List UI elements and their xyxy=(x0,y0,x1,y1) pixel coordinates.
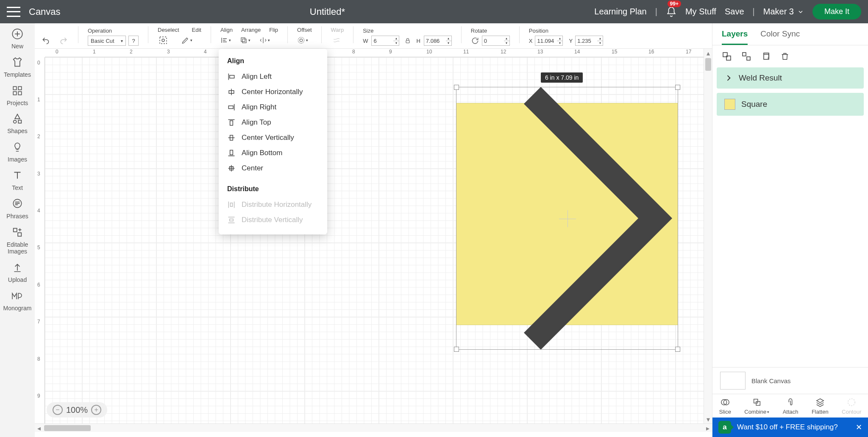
operation-select[interactable]: Basic Cut▾ xyxy=(88,36,126,46)
layers-panel: Layers Color Sync Weld Result Square Bla… xyxy=(712,23,868,437)
menu-align-right[interactable]: Align Right xyxy=(219,100,327,115)
rail-images[interactable]: Images xyxy=(8,141,27,163)
distribute-vertical-icon xyxy=(227,216,236,224)
svg-rect-33 xyxy=(764,54,769,59)
save-link[interactable]: Save xyxy=(725,7,744,17)
width-input[interactable]: 6▴▾ xyxy=(371,36,399,46)
monogram-icon xyxy=(11,289,24,302)
zoom-out-button[interactable]: − xyxy=(53,405,63,415)
operation-help[interactable]: ? xyxy=(128,36,139,46)
rail-editable-images[interactable]: Editable Images xyxy=(7,226,28,256)
promo-banner[interactable]: a Want $10 off + FREE shipping? ✕ xyxy=(712,418,868,437)
rail-phrases[interactable]: Phrases xyxy=(6,198,28,220)
svg-rect-22 xyxy=(228,106,233,109)
canvas-grid[interactable]: 6 in x 7.09 in xyxy=(45,57,712,423)
redo-button[interactable] xyxy=(58,36,69,45)
height-input[interactable]: 7.086▴▾ xyxy=(424,36,452,46)
sparkle-grid-icon xyxy=(11,226,24,239)
flip-button[interactable]: ▾ xyxy=(259,35,270,46)
notifications-bell-icon[interactable]: 99+ xyxy=(666,6,677,17)
rotate-label: Rotate xyxy=(471,28,510,34)
menu-center-vertically[interactable]: Center Vertically xyxy=(219,130,327,145)
svg-rect-3 xyxy=(13,92,17,95)
tab-layers[interactable]: Layers xyxy=(722,29,748,45)
size-label: Size xyxy=(363,28,452,34)
selection-bounding-box[interactable] xyxy=(456,87,678,350)
promo-close-button[interactable]: ✕ xyxy=(856,423,862,432)
align-bottom-icon xyxy=(227,149,236,157)
hamburger-menu-icon[interactable] xyxy=(7,7,20,17)
zoom-in-button[interactable]: + xyxy=(91,405,101,415)
tab-color-sync[interactable]: Color Sync xyxy=(760,29,800,45)
blank-canvas-row[interactable]: Blank Canvas xyxy=(712,367,868,394)
rail-projects[interactable]: Projects xyxy=(7,84,28,107)
menu-align-top[interactable]: Align Top xyxy=(219,115,327,130)
layer-square[interactable]: Square xyxy=(717,93,864,116)
learning-plan-link[interactable]: Learning Plan xyxy=(594,7,646,17)
svg-rect-37 xyxy=(756,401,760,405)
svg-rect-12 xyxy=(241,38,245,42)
my-stuff-link[interactable]: My Stuff xyxy=(685,7,716,17)
svg-point-5 xyxy=(14,120,17,123)
distribute-horizontal-icon xyxy=(227,200,236,209)
duplicate-icon[interactable] xyxy=(761,51,771,61)
svg-rect-36 xyxy=(754,399,757,403)
contour-icon xyxy=(846,398,857,407)
deselect-button[interactable] xyxy=(158,35,169,46)
menu-center-horizontally[interactable]: Center Horizontally xyxy=(219,84,327,100)
rail-templates[interactable]: Templates xyxy=(4,56,31,78)
edit-label: Edit xyxy=(192,27,201,33)
vertical-ruler: 0123456789 xyxy=(35,57,45,423)
text-icon xyxy=(11,169,24,182)
warp-label: Warp xyxy=(331,27,344,33)
rail-upload[interactable]: Upload xyxy=(8,261,27,284)
svg-rect-27 xyxy=(231,203,233,206)
arrange-button[interactable]: ▾ xyxy=(240,35,251,46)
menu-center[interactable]: Center xyxy=(219,161,327,176)
rotate-icon[interactable] xyxy=(471,36,479,45)
ungroup-icon[interactable] xyxy=(741,51,751,61)
attach-icon xyxy=(786,398,795,407)
align-button[interactable]: ▾ xyxy=(220,35,231,46)
menu-align-bottom[interactable]: Align Bottom xyxy=(219,145,327,161)
horizontal-scrollbar[interactable]: ◂ ▸ xyxy=(35,423,712,432)
plus-circle-icon xyxy=(11,28,24,40)
arrange-label: Arrange xyxy=(241,27,261,33)
rail-monogram[interactable]: Monogram xyxy=(3,289,32,312)
make-it-button[interactable]: Make It xyxy=(812,4,861,19)
top-bar: Canvas Untitled* Learning Plan | 99+ My … xyxy=(0,0,868,23)
machine-selector[interactable]: Maker 3 xyxy=(763,7,804,17)
svg-rect-6 xyxy=(18,120,21,123)
action-slice[interactable]: Slice xyxy=(719,398,731,415)
group-icon[interactable] xyxy=(722,51,732,61)
vertical-scrollbar[interactable]: ▴ ▾ xyxy=(704,49,712,423)
rail-text[interactable]: Text xyxy=(11,169,24,192)
x-input[interactable]: 11.094▴▾ xyxy=(535,36,563,46)
svg-rect-9 xyxy=(18,233,21,236)
flatten-icon xyxy=(815,398,825,407)
flip-label: Flip xyxy=(269,27,278,33)
lock-aspect-icon[interactable] xyxy=(404,36,411,45)
rail-shapes[interactable]: Shapes xyxy=(7,112,27,135)
action-attach[interactable]: Attach xyxy=(783,398,798,415)
edit-button[interactable]: ▾ xyxy=(181,35,192,46)
align-top-icon xyxy=(227,118,236,127)
chat-icon xyxy=(11,198,24,210)
undo-button[interactable] xyxy=(41,36,51,45)
action-flatten[interactable]: Flatten xyxy=(812,398,829,415)
layer-color-swatch xyxy=(724,99,735,110)
action-contour: Contour xyxy=(842,398,861,415)
action-combine[interactable]: Combine▾ xyxy=(744,398,769,415)
tshirt-icon xyxy=(11,56,24,69)
menu-align-left[interactable]: Align Left xyxy=(219,69,327,84)
chevron-right-icon xyxy=(724,74,733,82)
canvas-viewport[interactable]: 01234891011121314151617 0123456789 6 in … xyxy=(35,49,712,423)
delete-icon[interactable] xyxy=(780,51,790,61)
slice-icon xyxy=(720,398,730,407)
rotate-input[interactable]: 0▴▾ xyxy=(482,36,510,46)
layer-weld-result[interactable]: Weld Result xyxy=(717,67,864,89)
y-input[interactable]: 1.235▴▾ xyxy=(575,36,603,46)
offset-button[interactable]: ▾ xyxy=(297,35,308,46)
svg-rect-10 xyxy=(160,37,167,44)
rail-new[interactable]: New xyxy=(11,28,24,50)
